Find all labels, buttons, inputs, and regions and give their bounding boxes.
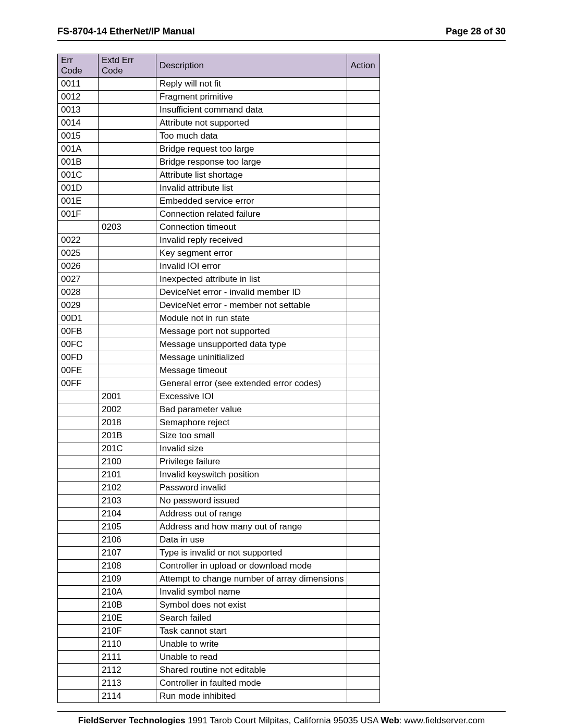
- cell-extd: [99, 208, 156, 221]
- table-row: 0015Too much data: [58, 130, 380, 143]
- cell-err: [58, 416, 99, 429]
- cell-extd: 210E: [99, 612, 156, 625]
- cell-err: 0012: [58, 91, 99, 104]
- cell-act: [347, 104, 380, 117]
- cell-extd: [99, 117, 156, 130]
- cell-desc: Size too small: [156, 429, 347, 442]
- cell-extd: 201C: [99, 442, 156, 455]
- table-row: 0025Key segment error: [58, 247, 380, 260]
- cell-extd: 2001: [99, 390, 156, 403]
- cell-err: [58, 521, 99, 534]
- table-row: 2105Address and how many out of range: [58, 521, 380, 534]
- cell-err: 0025: [58, 247, 99, 260]
- cell-err: 001D: [58, 182, 99, 195]
- cell-act: [347, 495, 380, 508]
- cell-act: [347, 169, 380, 182]
- cell-err: [58, 390, 99, 403]
- cell-extd: [99, 312, 156, 325]
- cell-act: [347, 573, 380, 586]
- cell-err: [58, 508, 99, 521]
- cell-act: [347, 429, 380, 442]
- cell-act: [347, 560, 380, 573]
- cell-act: [347, 625, 380, 638]
- cell-extd: [99, 273, 156, 286]
- cell-desc: Bridge request too large: [156, 143, 347, 156]
- table-row: 2101Invalid keyswitch position: [58, 468, 380, 482]
- footer-company: FieldServer Technologies: [78, 715, 186, 725]
- cell-extd: [99, 182, 156, 195]
- table-row: 001DInvalid attribute list: [58, 182, 380, 195]
- cell-desc: Invalid reply received: [156, 234, 347, 247]
- table-row: 0022Invalid reply received: [58, 234, 380, 247]
- cell-act: [347, 286, 380, 299]
- cell-desc: Invalid size: [156, 442, 347, 455]
- table-row: 001ABridge request too large: [58, 143, 380, 156]
- cell-extd: 2110: [99, 638, 156, 651]
- cell-act: [347, 521, 380, 534]
- table-row: 2104Address out of range: [58, 508, 380, 521]
- error-code-table: Err Code Extd Err Code Description Actio…: [57, 54, 380, 703]
- cell-err: 00FF: [58, 377, 99, 390]
- table-row: 2001Excessive IOI: [58, 390, 380, 403]
- cell-extd: 0203: [99, 221, 156, 234]
- cell-act: [347, 377, 380, 390]
- cell-act: [347, 612, 380, 625]
- table-row: 2109Attempt to change number of array di…: [58, 573, 380, 586]
- cell-extd: 2104: [99, 508, 156, 521]
- cell-extd: 2106: [99, 534, 156, 547]
- cell-extd: [99, 130, 156, 143]
- cell-desc: Embedded service error: [156, 195, 347, 208]
- table-row: 2114Run mode inhibited: [58, 690, 380, 703]
- cell-extd: 210B: [99, 599, 156, 612]
- cell-err: [58, 468, 99, 482]
- cell-err: 00FE: [58, 364, 99, 377]
- table-row: 0012Fragment primitive: [58, 91, 380, 104]
- cell-act: [347, 182, 380, 195]
- cell-desc: Invalid IOI error: [156, 260, 347, 273]
- cell-extd: [99, 377, 156, 390]
- cell-extd: [99, 299, 156, 312]
- cell-desc: Unable to read: [156, 651, 347, 664]
- cell-desc: Fragment primitive: [156, 91, 347, 104]
- table-row: 2018Semaphore reject: [58, 416, 380, 429]
- cell-desc: Password invalid: [156, 482, 347, 495]
- cell-err: [58, 625, 99, 638]
- cell-err: [58, 221, 99, 234]
- cell-extd: [99, 325, 156, 338]
- cell-desc: Controller in faulted mode: [156, 677, 347, 690]
- cell-extd: [99, 260, 156, 273]
- cell-extd: [99, 169, 156, 182]
- cell-act: [347, 442, 380, 455]
- cell-desc: Bad parameter value: [156, 403, 347, 416]
- cell-desc: Task cannot start: [156, 625, 347, 638]
- table-row: 201BSize too small: [58, 429, 380, 442]
- table-row: 00FDMessage uninitialized: [58, 351, 380, 364]
- table-row: 210ESearch failed: [58, 612, 380, 625]
- cell-extd: [99, 364, 156, 377]
- cell-act: [347, 677, 380, 690]
- cell-err: 0015: [58, 130, 99, 143]
- cell-desc: Type is invalid or not supported: [156, 547, 347, 560]
- table-row: 2111Unable to read: [58, 651, 380, 664]
- cell-act: [347, 78, 380, 91]
- cell-err: [58, 547, 99, 560]
- cell-act: [347, 91, 380, 104]
- cell-desc: Symbol does not exist: [156, 599, 347, 612]
- cell-desc: DeviceNet error - invalid member ID: [156, 286, 347, 299]
- table-row: 2102Password invalid: [58, 482, 380, 495]
- cell-desc: No password issued: [156, 495, 347, 508]
- cell-act: [347, 195, 380, 208]
- cell-desc: Message timeout: [156, 364, 347, 377]
- table-row: 00D1Module not in run state: [58, 312, 380, 325]
- cell-extd: [99, 104, 156, 117]
- cell-desc: Controller in upload or download mode: [156, 560, 347, 573]
- cell-act: [347, 299, 380, 312]
- cell-act: [347, 468, 380, 482]
- cell-err: 0022: [58, 234, 99, 247]
- cell-act: [347, 364, 380, 377]
- cell-desc: Excessive IOI: [156, 390, 347, 403]
- cell-desc: Message uninitialized: [156, 351, 347, 364]
- cell-act: [347, 156, 380, 169]
- col-header-err: Err Code: [58, 54, 99, 78]
- cell-err: 001C: [58, 169, 99, 182]
